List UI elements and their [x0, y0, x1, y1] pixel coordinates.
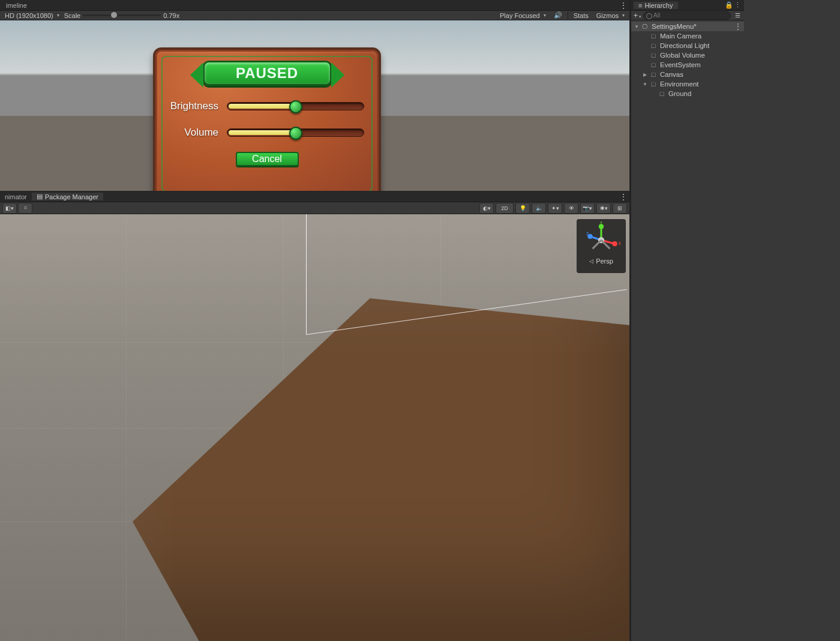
camera-dropdown-icon[interactable]: 📷▾: [580, 203, 595, 214]
cancel-button-label: Cancel: [252, 154, 282, 164]
wireframe-line: [306, 214, 307, 334]
fx-dropdown-icon[interactable]: ✦▾: [548, 203, 562, 214]
scene-visibility-icon[interactable]: ☰: [733, 12, 742, 19]
audio-icon[interactable]: 🔈: [532, 203, 546, 214]
orientation-gizmo-icon: y x z: [580, 221, 623, 256]
mute-audio-icon[interactable]: 🔊: [551, 11, 565, 19]
expand-arrow-icon[interactable]: [642, 72, 648, 77]
expand-arrow-icon[interactable]: [642, 82, 648, 87]
scale-slider-knob[interactable]: [111, 12, 117, 18]
hierarchy-tree: SettingsMenu* ⋮ Main CameraDirectional L…: [631, 20, 744, 641]
tab-hierarchy[interactable]: ≡ Hierarchy: [634, 2, 678, 9]
gameobject-icon: [649, 71, 658, 78]
gameobject-icon: [658, 90, 666, 97]
package-manager-icon: ▤: [37, 193, 43, 200]
hierarchy-item[interactable]: Environment: [631, 79, 744, 89]
stats-toggle[interactable]: Stats: [571, 12, 592, 19]
hierarchy-item-label: Directional Light: [659, 42, 709, 49]
hierarchy-search-input[interactable]: All: [643, 11, 731, 20]
brightness-label: Brightness: [170, 100, 227, 112]
brightness-slider-handle[interactable]: [289, 100, 302, 113]
tool-dropdown-icon[interactable]: ◧▾: [2, 203, 17, 214]
hierarchy-panel-menu-icon[interactable]: ⋮: [733, 1, 742, 9]
hierarchy-item-label: Main Camera: [659, 32, 701, 40]
hierarchy-item[interactable]: Canvas: [631, 70, 744, 79]
search-placeholder-text: All: [653, 12, 660, 19]
hierarchy-item[interactable]: Directional Light: [631, 41, 744, 50]
gizmo-perspective-label[interactable]: Persp: [589, 257, 613, 265]
brightness-slider[interactable]: [227, 102, 364, 110]
pause-title-text: PAUSED: [236, 65, 298, 82]
hierarchy-item[interactable]: Ground: [631, 89, 744, 98]
hierarchy-icon: ≡: [638, 2, 642, 9]
hierarchy-toolbar: + All ☰: [631, 11, 744, 20]
hierarchy-tab-label: Hierarchy: [644, 2, 673, 9]
lock-icon[interactable]: 🔒: [725, 1, 733, 9]
orientation-gizmo[interactable]: y x z Persp: [577, 219, 626, 273]
gameobject-icon: [649, 80, 658, 88]
expand-arrow-icon[interactable]: [634, 24, 640, 29]
tab-timeline[interactable]: imeline: [1, 2, 32, 9]
game-toolbar: HD (1920x1080) Scale 0.79x Play Focused …: [0, 11, 629, 20]
game-panel-menu-icon[interactable]: ⋮: [617, 1, 629, 10]
svg-text:z: z: [586, 231, 589, 236]
game-view-panel: imeline ⋮ HD (1920x1080) Scale 0.79x Pla…: [0, 0, 630, 191]
hierarchy-item-label: Global Volume: [659, 52, 705, 59]
volume-slider-fill: [229, 130, 297, 135]
gizmos-dropdown-icon[interactable]: ✱▾: [596, 203, 611, 214]
volume-label: Volume: [170, 127, 227, 139]
gameobject-icon: [649, 52, 658, 59]
ground-mesh[interactable]: [105, 298, 629, 641]
hierarchy-tab-bar: ≡ Hierarchy 🔒 ⋮: [631, 0, 744, 11]
hierarchy-panel: ≡ Hierarchy 🔒 ⋮ + All ☰ SettingsMenu* ⋮ …: [630, 0, 744, 641]
game-viewport: PAUSED Brightness Volume: [0, 20, 629, 191]
volume-slider[interactable]: [227, 128, 364, 137]
hierarchy-item-label: Environment: [659, 80, 699, 88]
hierarchy-item[interactable]: Global Volume: [631, 50, 744, 60]
gameobject-icon: [649, 42, 658, 49]
aspect-dropdown[interactable]: HD (1920x1080): [2, 12, 62, 19]
hierarchy-item-label: EventSystem: [659, 61, 701, 68]
scale-value: 0.79x: [163, 12, 179, 19]
gameobject-icon: [649, 32, 658, 40]
scene-panel-menu-icon[interactable]: ⋮: [617, 193, 629, 201]
scale-slider[interactable]: [83, 14, 161, 16]
lighting-icon[interactable]: 💡: [515, 203, 530, 214]
scene-menu-icon[interactable]: ⋮: [734, 22, 744, 31]
scene-view-panel: nimator ▤ Package Manager ⋮ ◧▾ ⌗ ◐▾ 2D 💡…: [0, 191, 630, 641]
hierarchy-scene-row[interactable]: SettingsMenu* ⋮: [631, 22, 744, 31]
tab-animator[interactable]: nimator: [0, 193, 32, 200]
grid-icon[interactable]: ⊞: [613, 203, 627, 214]
scene-viewport[interactable]: y x z Persp: [0, 214, 629, 641]
svg-point-4: [613, 241, 617, 246]
brightness-slider-fill: [229, 104, 297, 109]
hierarchy-item-label: Canvas: [659, 71, 683, 78]
pivot-mode-icon[interactable]: ⌗: [18, 203, 32, 214]
unity-scene-icon: [641, 23, 649, 31]
tab-package-manager-label: Package Manager: [45, 193, 98, 200]
svg-line-10: [593, 240, 601, 248]
pause-title-banner: PAUSED: [203, 61, 332, 86]
svg-text:y: y: [600, 221, 603, 224]
draw-mode-icon[interactable]: ◐▾: [479, 203, 494, 214]
tab-package-manager[interactable]: ▤ Package Manager: [32, 193, 103, 200]
gameobject-icon: [649, 61, 658, 68]
hierarchy-item[interactable]: EventSystem: [631, 60, 744, 70]
volume-slider-handle[interactable]: [289, 127, 302, 140]
create-dropdown[interactable]: +: [634, 11, 641, 20]
svg-point-1: [599, 224, 604, 229]
2d-toggle[interactable]: 2D: [496, 203, 514, 214]
scene-tab-bar: nimator ▤ Package Manager ⋮: [0, 191, 629, 202]
scene-name: SettingsMenu*: [650, 23, 697, 30]
cancel-button[interactable]: Cancel: [236, 152, 299, 166]
pause-menu-panel: PAUSED Brightness Volume: [153, 47, 381, 191]
scale-label: Scale: [64, 12, 81, 19]
hidden-icon[interactable]: 👁: [564, 203, 578, 214]
hierarchy-item[interactable]: Main Camera: [631, 31, 744, 41]
game-tab-bar: imeline ⋮: [0, 0, 629, 11]
scene-toolbar: ◧▾ ⌗ ◐▾ 2D 💡 🔈 ✦▾ 👁 📷▾ ✱▾ ⊞: [0, 202, 629, 214]
svg-text:x: x: [619, 241, 622, 246]
hierarchy-item-label: Ground: [667, 90, 691, 97]
play-mode-dropdown[interactable]: Play Focused: [497, 12, 548, 19]
gizmos-dropdown[interactable]: Gizmos: [594, 12, 627, 19]
